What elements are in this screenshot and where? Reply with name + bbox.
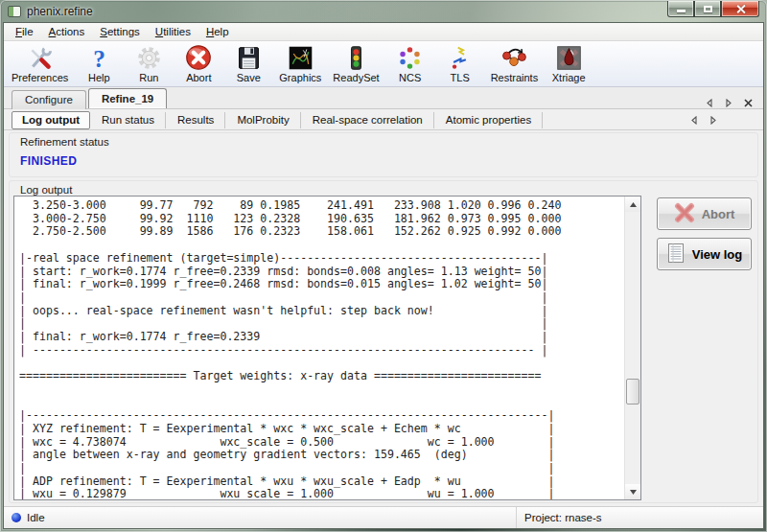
toolbar-label: Graphics — [279, 72, 321, 83]
toolbar: Preferences ? Help Run — [4, 41, 763, 87]
menu-file[interactable]: File — [8, 24, 41, 40]
menu-utilities[interactable]: Utilities — [148, 24, 198, 40]
tab-scroll-left-icon[interactable] — [704, 97, 715, 108]
minimize-icon — [677, 10, 686, 12]
toolbar-button-restraints[interactable]: Restraints — [485, 42, 545, 83]
subtab-scroll-right-icon[interactable] — [708, 114, 719, 126]
toolbar-button-help[interactable]: ? Help — [74, 42, 124, 83]
view-log-document-icon — [666, 243, 686, 266]
tab-close-icon[interactable] — [742, 97, 754, 108]
status-state-text: Idle — [27, 512, 45, 523]
abort-button-label: Abort — [702, 207, 735, 221]
log-vertical-scrollbar[interactable] — [624, 197, 640, 499]
maximize-button[interactable] — [694, 1, 721, 17]
tab-configure[interactable]: Configure — [12, 90, 86, 109]
toolbar-button-preferences[interactable]: Preferences — [6, 42, 74, 83]
sub-tab-tools — [688, 114, 755, 126]
minimize-button[interactable] — [667, 1, 694, 17]
status-bar: Idle Project: rnase-s — [4, 506, 763, 528]
app-window: phenix.refine File Actions Settings Util… — [0, 0, 767, 532]
readyset-traffic-light-icon — [342, 42, 370, 72]
status-bar-project: Project: rnase-s — [517, 512, 763, 523]
subtab-molprobity[interactable]: MolProbity — [225, 112, 300, 128]
view-log-button-label: View log — [692, 247, 743, 262]
toolbar-button-xtriage[interactable]: Xtriage — [544, 42, 593, 83]
toolbar-button-save[interactable]: Save — [223, 42, 273, 83]
toolbar-label: Save — [237, 72, 261, 83]
toolbar-label: Xtriage — [552, 72, 586, 83]
tab-refine-19[interactable]: Refine_19 — [88, 88, 167, 108]
toolbar-button-abort[interactable]: Abort — [174, 42, 223, 83]
log-text-area[interactable]: 3.250-3.000 99.77 792 89 0.1985 241.491 … — [13, 196, 641, 500]
refinement-status-value: FINISHED — [20, 154, 77, 168]
subtab-real-space-correlation[interactable]: Real-space correlation — [301, 112, 434, 128]
abort-button[interactable]: Abort — [657, 197, 752, 230]
abort-stop-icon — [184, 42, 213, 72]
title-bar[interactable]: phenix.refine — [0, 0, 767, 22]
subtab-results[interactable]: Results — [166, 112, 225, 128]
xtriage-drop-icon — [555, 42, 583, 72]
toolbar-button-readyset[interactable]: ReadySet — [327, 42, 384, 83]
status-indicator-icon — [12, 513, 21, 522]
subtab-atomic-properties[interactable]: Atomic properties — [434, 112, 543, 128]
subtab-run-status[interactable]: Run status — [90, 112, 166, 128]
window-title: phenix.refine — [27, 5, 93, 18]
toolbar-label: Restraints — [491, 72, 539, 83]
subtab-scroll-left-icon[interactable] — [688, 114, 700, 126]
toolbar-label: Run — [139, 72, 158, 83]
maximize-icon — [704, 6, 712, 12]
main-tab-tools — [704, 97, 755, 108]
menu-help[interactable]: Help — [198, 24, 237, 40]
graphics-molecule-icon — [287, 42, 314, 72]
restraints-bonds-icon — [500, 42, 528, 72]
phenix-app-icon — [8, 6, 21, 17]
client-area: File Actions Settings Utilities Help Pre… — [3, 22, 764, 529]
help-question-icon: ? — [85, 42, 113, 72]
toolbar-label: Abort — [186, 72, 211, 83]
subtab-log-output[interactable]: Log output — [12, 111, 90, 129]
abort-x-icon — [674, 202, 695, 226]
menu-bar: File Actions Settings Utilities Help — [4, 23, 763, 41]
toolbar-label: Help — [88, 72, 110, 83]
side-buttons: Abort View log — [657, 197, 752, 270]
refinement-status-group — [9, 132, 758, 177]
view-log-button[interactable]: View log — [657, 238, 752, 270]
window-controls — [667, 1, 759, 17]
preferences-tools-icon — [26, 42, 54, 72]
toolbar-button-run[interactable]: Run — [124, 42, 174, 83]
tab-scroll-right-icon[interactable] — [723, 97, 734, 108]
ncs-ring-icon — [396, 42, 424, 72]
sub-tab-bar: Log output Run status Results MolProbity… — [4, 109, 763, 130]
svg-text:?: ? — [93, 45, 105, 72]
main-tab-bar: Configure Refine_19 — [4, 87, 763, 109]
toolbar-button-graphics[interactable]: Graphics — [273, 42, 327, 83]
toolbar-label: Preferences — [12, 72, 68, 83]
menu-settings[interactable]: Settings — [92, 24, 148, 40]
save-floppy-icon — [235, 42, 263, 72]
log-text: 3.250-3.000 99.77 792 89 0.1985 241.491 … — [14, 197, 624, 499]
status-bar-left: Idle — [4, 507, 517, 528]
log-output-panel: Refinement status FINISHED Log output 3.… — [4, 130, 763, 506]
run-gear-icon — [135, 42, 163, 72]
refinement-status-label: Refinement status — [20, 136, 109, 148]
tls-icon — [446, 42, 474, 72]
menu-actions[interactable]: Actions — [41, 24, 93, 40]
toolbar-label: ReadySet — [333, 72, 379, 83]
toolbar-button-tls[interactable]: TLS — [435, 42, 485, 83]
scroll-up-icon[interactable] — [625, 197, 640, 212]
toolbar-label: NCS — [399, 72, 421, 83]
scroll-down-icon[interactable] — [625, 484, 640, 499]
scrollbar-thumb[interactable] — [626, 379, 639, 405]
close-button[interactable] — [721, 1, 759, 17]
log-output-label: Log output — [20, 184, 72, 196]
close-icon — [735, 4, 746, 14]
toolbar-label: TLS — [451, 72, 470, 83]
toolbar-button-ncs[interactable]: NCS — [385, 42, 435, 83]
